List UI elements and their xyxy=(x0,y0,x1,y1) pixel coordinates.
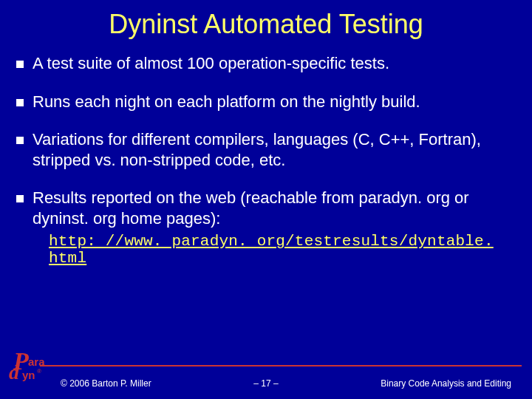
footer-rule xyxy=(40,365,522,366)
bullet-text: Runs each night on each platform on the … xyxy=(33,92,516,112)
bullet-item: Results reported on the web (reachable f… xyxy=(16,188,516,228)
bullet-item: Variations for different compilers, lang… xyxy=(16,129,516,170)
slide: Dyninst Automated Testing A test suite o… xyxy=(0,0,532,399)
bullet-item: Runs each night on each platform on the … xyxy=(16,92,516,112)
slide-footer: P ara d yn ® © 2006 Barton P. Miller – 1… xyxy=(0,350,532,399)
bullet-item: A test suite of almost 100 operation-spe… xyxy=(16,53,516,74)
bullet-square-icon xyxy=(16,99,24,106)
bullet-text: Results reported on the web (reachable f… xyxy=(33,188,516,228)
registered-icon: ® xyxy=(37,368,41,375)
bullet-square-icon xyxy=(16,137,24,144)
bullet-text: Variations for different compilers, lang… xyxy=(33,129,516,170)
results-link[interactable]: http: //www. paradyn. org/testresults/dy… xyxy=(49,233,516,267)
slide-title: Dyninst Automated Testing xyxy=(0,0,532,40)
slide-body: A test suite of almost 100 operation-spe… xyxy=(0,40,532,267)
bullet-square-icon xyxy=(16,61,24,68)
bullet-square-icon xyxy=(16,195,24,202)
footer-subtitle: Binary Code Analysis and Editing xyxy=(381,378,511,389)
logo-text-ara: ara xyxy=(28,356,45,367)
bullet-text: A test suite of almost 100 operation-spe… xyxy=(33,53,516,74)
